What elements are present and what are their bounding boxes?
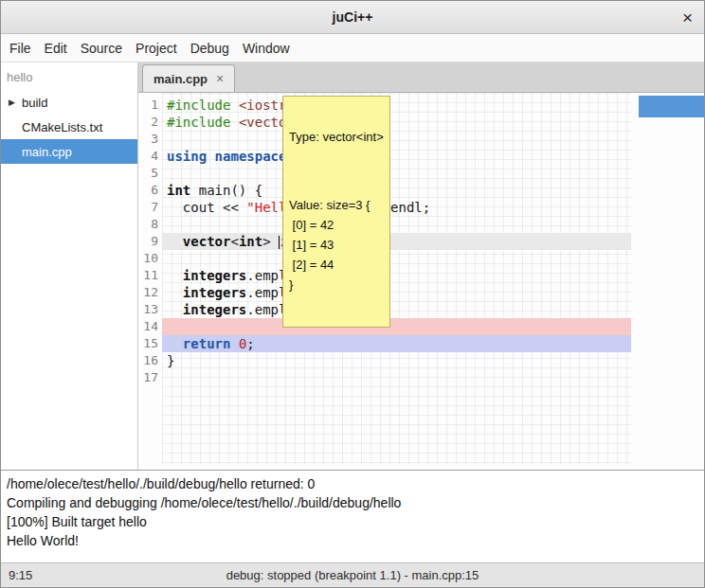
code-token: ; <box>246 336 254 351</box>
code-token: return <box>183 336 231 351</box>
code-text[interactable] <box>162 216 631 233</box>
expander-icon[interactable]: ▶ <box>9 98 22 107</box>
tooltip-line: Value: size=3 { <box>289 195 384 215</box>
code-line-8: 8 <box>138 216 704 233</box>
code-token <box>230 336 238 351</box>
code-line-6: 6int main() { <box>138 182 704 199</box>
code-text[interactable]: cout << "Hello World!" << endl; <box>162 199 631 216</box>
line-number: 3 <box>138 131 162 148</box>
code-line-1: 1#include <iostream> <box>138 97 704 114</box>
line-number: 10 <box>138 250 162 267</box>
tooltip-type-line: Type: vector<int> <box>289 129 384 146</box>
line-number: 5 <box>138 165 162 182</box>
line-number: 9 <box>138 233 162 250</box>
line-number: 11 <box>138 267 162 284</box>
tab-close-icon[interactable]: × <box>216 72 224 85</box>
sidebar-item-build[interactable]: ▶build <box>1 90 137 115</box>
sidebar-item-cmakelists-txt[interactable]: CMakeLists.txt <box>1 115 137 139</box>
code-text[interactable] <box>162 250 631 267</box>
menu-item-project[interactable]: Project <box>129 34 184 62</box>
debug-value-tooltip: Type: vector<int> Value: size=3 { [0] = … <box>282 96 390 328</box>
sidebar-item-main-cpp[interactable]: main.cpp <box>1 139 137 164</box>
code-text[interactable]: integers.emplace_back(44); <box>162 301 631 318</box>
tooltip-line: [1] = 43 <box>289 235 384 255</box>
scrollbar-thumb[interactable] <box>639 96 704 117</box>
tab-bar: main.cpp × <box>138 62 704 93</box>
code-editor[interactable]: 1#include <iostream>2#include <vector>34… <box>138 93 704 470</box>
main-area: hello ▶buildCMakeLists.txtmain.cpp main.… <box>1 62 704 470</box>
window-close-button[interactable]: × <box>682 9 693 27</box>
code-text[interactable]: using namespace std; <box>162 148 631 165</box>
code-token: < <box>230 234 238 249</box>
file-tree: ▶buildCMakeLists.txtmain.cpp <box>1 90 137 164</box>
code-token <box>167 336 183 351</box>
tree-item-label: main.cpp <box>22 145 72 159</box>
code-token: vector <box>183 234 231 249</box>
menu-item-window[interactable]: Window <box>236 34 297 62</box>
tooltip-line: [2] = 44 <box>289 255 384 275</box>
tooltip-line: } <box>289 275 384 294</box>
code-token: namespace <box>215 149 287 164</box>
app-window: juCi++ × FileEditSourceProjectDebugWindo… <box>0 0 705 588</box>
code-line-17: 17 <box>138 369 704 386</box>
menu-item-debug[interactable]: Debug <box>184 34 236 62</box>
line-number: 16 <box>138 352 162 369</box>
output-panel: /home/olece/test/hello/./build/debug/hel… <box>1 470 704 562</box>
line-number: 15 <box>138 335 162 352</box>
code-line-2: 2#include <vector> <box>138 114 704 131</box>
menubar: FileEditSourceProjectDebugWindow <box>1 34 704 62</box>
code-text[interactable]: int main() { <box>162 182 631 199</box>
status-bar: 9:15 debug: stopped (breakpoint 1.1) - m… <box>1 562 704 587</box>
code-line-12: 12 integers.emplace_back(43); <box>138 284 704 301</box>
code-line-14: 14 <box>138 318 704 335</box>
code-text[interactable]: #include <iostream> <box>162 97 631 114</box>
tooltip-line: [0] = 42 <box>289 215 384 235</box>
code-text[interactable]: #include <vector> <box>162 114 631 131</box>
tree-item-label: CMakeLists.txt <box>22 120 102 134</box>
line-number: 6 <box>138 182 162 199</box>
code-token <box>230 115 238 130</box>
code-text[interactable] <box>162 369 631 386</box>
line-number: 14 <box>138 318 162 335</box>
line-number: 2 <box>138 114 162 131</box>
status-time: 9:15 <box>9 568 32 582</box>
code-text[interactable]: } <box>162 352 631 369</box>
code-token <box>167 234 183 249</box>
tab-label: main.cpp <box>154 72 208 86</box>
code-token: cout << <box>167 200 246 215</box>
window-title: juCi++ <box>333 9 373 25</box>
titlebar: juCi++ × <box>1 1 704 34</box>
output-line: Compiling and debugging /home/olece/test… <box>7 493 698 512</box>
line-number: 4 <box>138 148 162 165</box>
code-line-3: 3 <box>138 131 704 148</box>
menu-item-edit[interactable]: Edit <box>38 34 74 62</box>
code-token: integers <box>183 268 246 283</box>
code-text[interactable]: integers.emplace_back(42); <box>162 267 631 284</box>
menu-item-file[interactable]: File <box>3 34 38 62</box>
output-line: /home/olece/test/hello/./build/debug/hel… <box>7 474 698 493</box>
code-token: #include <box>167 115 230 130</box>
code-token: int <box>239 234 262 249</box>
code-token <box>167 268 183 283</box>
code-text[interactable] <box>162 318 631 335</box>
code-token: main() { <box>190 183 262 198</box>
code-text[interactable] <box>162 165 631 182</box>
code-token: int <box>167 183 190 198</box>
text-cursor <box>279 236 280 249</box>
editor-pane: main.cpp × 1#include <iostream>2#include… <box>138 62 704 470</box>
menu-item-source[interactable]: Source <box>74 34 129 62</box>
output-line: Hello World! <box>7 531 698 550</box>
code-token <box>230 98 238 113</box>
code-token <box>207 149 214 164</box>
code-text[interactable]: return 0; <box>162 335 631 352</box>
code-line-5: 5 <box>138 165 704 182</box>
tab-main-cpp[interactable]: main.cpp × <box>142 64 235 92</box>
code-line-10: 10 <box>138 250 704 267</box>
status-message: debug: stopped (breakpoint 1.1) - main.c… <box>226 568 479 582</box>
code-text[interactable]: integers.emplace_back(43); <box>162 284 631 301</box>
code-text[interactable] <box>162 131 631 148</box>
code-token: } <box>167 353 174 368</box>
code-token: using <box>167 149 207 164</box>
code-token: integers <box>183 302 246 317</box>
code-text[interactable]: vector<int> integers; <box>162 233 631 250</box>
